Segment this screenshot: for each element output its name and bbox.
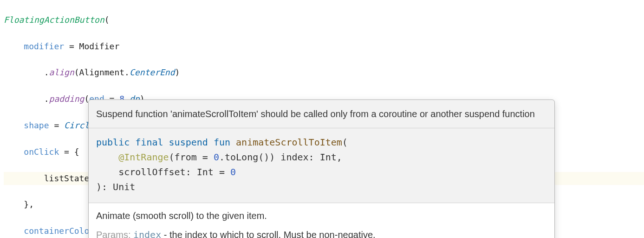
method-call: padding — [49, 94, 85, 104]
signature-block: public final suspend fun animateScrollTo… — [89, 128, 554, 203]
enum-val: CenterEnd — [130, 67, 175, 77]
doc-summary: Animate (smooth scroll) to the given ite… — [96, 209, 547, 223]
code-line[interactable]: FloatingActionButton( — [4, 13, 644, 26]
signature-fn-name: animateScrollToItem — [236, 137, 342, 148]
method-call: align — [49, 67, 74, 77]
fn-call: FloatingActionButton — [4, 15, 104, 25]
doc-block: Animate (smooth scroll) to the given ite… — [89, 203, 554, 238]
params-label: Params: — [96, 230, 130, 238]
error-message: Suspend function 'animateScrollToItem' s… — [89, 100, 554, 128]
param-name: index — [133, 229, 161, 238]
named-arg: onClick — [24, 147, 59, 157]
code-line[interactable]: modifier = Modifier — [4, 40, 644, 53]
named-arg: modifier — [24, 41, 64, 51]
annotation: @IntRange — [118, 152, 169, 163]
code-line[interactable]: .align(Alignment.CenterEnd) — [4, 66, 644, 79]
named-arg: shape — [24, 120, 49, 130]
named-arg: containerColor — [24, 226, 94, 236]
documentation-popup[interactable]: Suspend function 'animateScrollToItem' s… — [88, 99, 555, 238]
